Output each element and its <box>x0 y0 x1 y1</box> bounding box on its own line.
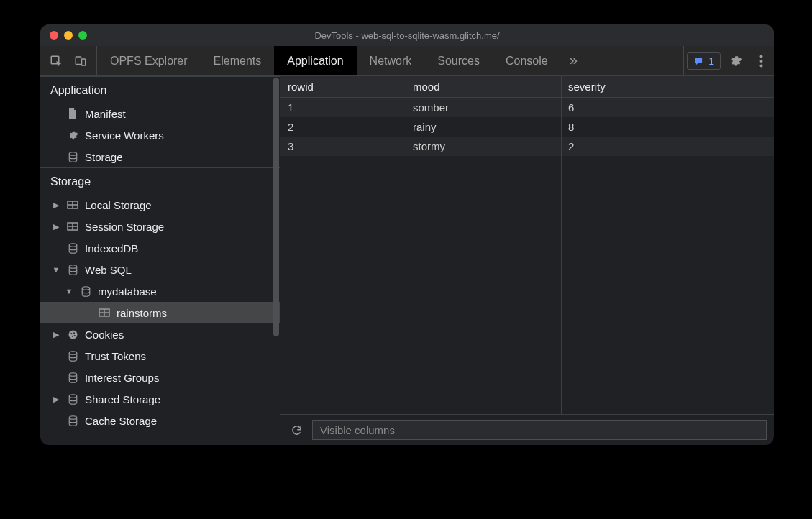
database-icon <box>66 415 79 426</box>
sidebar-label: Service Workers <box>85 129 164 142</box>
svg-point-16 <box>71 335 73 336</box>
section-application-header: Application <box>40 76 280 103</box>
svg-point-14 <box>70 333 72 334</box>
devtools-tabs: OPFS Explorer Elements Application Netwo… <box>97 46 683 75</box>
sidebar-label: Web SQL <box>85 264 132 276</box>
cell: 8 <box>561 117 774 137</box>
svg-point-21 <box>69 415 77 419</box>
svg-point-18 <box>69 351 77 354</box>
titlebar: DevTools - web-sql-to-sqlite-wasm.glitch… <box>40 24 774 46</box>
sidebar-item-session-storage[interactable]: ▶ Session Storage <box>40 216 280 237</box>
svg-point-3 <box>759 55 762 58</box>
chevron-right-icon: ▶ <box>52 330 60 339</box>
sidebar-item-mydatabase[interactable]: ▼ mydatabase <box>40 280 280 302</box>
sidebar-label: Local Storage <box>85 199 152 211</box>
table-header-row: rowid mood severity <box>280 76 774 98</box>
sidebar-item-storage[interactable]: ▶ Storage <box>40 146 280 167</box>
tab-network[interactable]: Network <box>357 46 425 75</box>
col-severity[interactable]: severity <box>561 76 774 98</box>
svg-point-6 <box>69 152 77 155</box>
tab-opfs-explorer[interactable]: OPFS Explorer <box>97 46 201 75</box>
sidebar-item-cache-storage[interactable]: ▶ Cache Storage <box>40 410 280 431</box>
svg-point-15 <box>73 332 75 334</box>
sidebar-scrollbar-thumb[interactable] <box>273 78 279 336</box>
column-divider[interactable] <box>561 76 562 414</box>
sidebar-label: Trust Tokens <box>85 350 146 362</box>
sidebar-item-shared-storage[interactable]: ▶ Shared Storage <box>40 388 280 410</box>
sidebar-item-manifest[interactable]: ▶ Manifest <box>40 103 280 124</box>
settings-icon[interactable] <box>724 52 748 70</box>
database-icon <box>66 372 79 383</box>
column-divider[interactable] <box>406 76 406 414</box>
svg-rect-2 <box>82 59 86 65</box>
maximize-window-button[interactable] <box>78 31 87 40</box>
database-icon <box>66 351 79 362</box>
svg-point-20 <box>69 394 77 398</box>
visible-columns-input[interactable] <box>312 420 767 440</box>
section-storage-header: Storage <box>40 167 280 194</box>
sidebar-item-trust-tokens[interactable]: ▶ Trust Tokens <box>40 345 280 367</box>
main-panel: rowid mood severity 1 somber 6 2 <box>280 76 774 445</box>
chevron-right-icon: ▶ <box>52 201 60 210</box>
cell: 2 <box>280 117 406 137</box>
table-icon <box>66 222 79 231</box>
traffic-lights <box>50 31 87 40</box>
sidebar-label: Cache Storage <box>85 415 157 427</box>
svg-rect-1 <box>76 57 81 65</box>
device-toolbar-icon[interactable] <box>72 52 89 70</box>
issues-button[interactable]: 1 <box>687 52 721 70</box>
table-row[interactable]: 1 somber 6 <box>280 98 774 118</box>
cell: 3 <box>280 137 406 156</box>
refresh-icon[interactable] <box>288 421 305 438</box>
more-options-icon[interactable] <box>751 52 771 70</box>
sidebar-item-websql[interactable]: ▼ Web SQL <box>40 259 280 280</box>
file-icon <box>66 108 79 119</box>
sidebar-item-indexeddb[interactable]: ▶ IndexedDB <box>40 237 280 259</box>
tab-application[interactable]: Application <box>274 46 356 75</box>
sidebar-item-local-storage[interactable]: ▶ Local Storage <box>40 194 280 216</box>
col-rowid[interactable]: rowid <box>280 76 406 98</box>
sidebar-item-rainstorms[interactable]: ▶ rainstorms <box>40 302 280 323</box>
svg-point-5 <box>759 64 762 67</box>
sidebar-label: Storage <box>85 151 123 163</box>
sidebar-item-cookies[interactable]: ▶ Cookies <box>40 323 280 345</box>
table-icon <box>98 308 111 317</box>
table-icon <box>66 201 79 209</box>
table-row[interactable]: 2 rainy 8 <box>280 117 774 137</box>
chevron-right-icon: ▶ <box>52 395 60 404</box>
tab-console[interactable]: Console <box>493 46 561 75</box>
sidebar-item-interest-groups[interactable]: ▶ Interest Groups <box>40 367 280 388</box>
sidebar-label: Cookies <box>85 329 124 341</box>
minimize-window-button[interactable] <box>64 31 73 40</box>
svg-point-13 <box>68 330 77 339</box>
cell: 1 <box>280 98 406 118</box>
inspect-element-icon[interactable] <box>47 52 65 70</box>
sidebar-label: Manifest <box>85 108 126 120</box>
database-icon <box>79 286 92 297</box>
sidebar-item-service-workers[interactable]: ▶ Service Workers <box>40 124 280 146</box>
database-icon <box>66 394 79 405</box>
chevron-down-icon: ▼ <box>52 265 60 274</box>
close-window-button[interactable] <box>50 31 58 40</box>
cell: stormy <box>406 137 561 156</box>
sidebar-label: rainstorms <box>117 307 167 319</box>
sidebar-scrollbar[interactable] <box>273 76 280 445</box>
svg-point-10 <box>69 265 77 268</box>
tab-sources[interactable]: Sources <box>424 46 493 75</box>
toolbar: OPFS Explorer Elements Application Netwo… <box>40 46 774 76</box>
cell: 6 <box>561 98 774 118</box>
table-row[interactable]: 3 stormy 2 <box>280 137 774 156</box>
tabs-overflow-icon[interactable] <box>561 46 585 75</box>
cookie-icon <box>66 329 79 340</box>
cell: somber <box>406 98 561 118</box>
issues-count: 1 <box>708 55 714 67</box>
tab-elements[interactable]: Elements <box>201 46 275 75</box>
col-mood[interactable]: mood <box>406 76 561 98</box>
svg-point-17 <box>73 335 75 336</box>
svg-point-19 <box>69 372 77 376</box>
sidebar-label: Interest Groups <box>85 372 159 384</box>
database-icon <box>66 265 79 275</box>
svg-point-9 <box>69 243 77 247</box>
application-sidebar: Application ▶ Manifest ▶ Service Workers… <box>40 76 280 445</box>
gear-icon <box>66 130 79 141</box>
